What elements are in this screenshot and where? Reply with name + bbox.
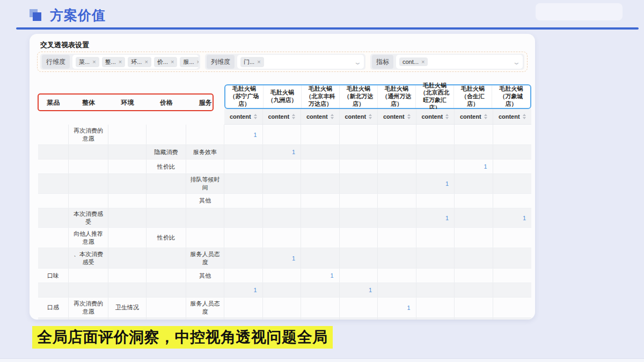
pivot-table-header: 菜品整体环境价格服务 毛肚火锅（苏宁广场店）毛肚火锅（九洲店）毛肚火锅（北京丰科… xyxy=(38,75,531,125)
sort-icon[interactable] xyxy=(445,114,449,119)
chevron-down-icon[interactable]: ⌄ xyxy=(354,59,362,66)
row-label-cell: 口感 xyxy=(38,298,69,317)
remove-tag-icon[interactable]: × xyxy=(257,59,260,65)
value-cell xyxy=(416,269,455,283)
row-dimension-select[interactable]: 菜...×整...×环...×价...×服...×⌄ xyxy=(72,55,199,69)
value-cell xyxy=(263,318,302,320)
value-cell xyxy=(301,194,340,208)
sort-icon[interactable] xyxy=(331,114,334,119)
sort-icon[interactable] xyxy=(369,114,372,119)
row-label-cell: 向他人推荐意愿 xyxy=(69,228,108,248)
value-cell xyxy=(340,174,378,193)
sort-icon[interactable] xyxy=(484,114,487,119)
dim-header-3: 环境 xyxy=(108,98,147,107)
filter-tag[interactable]: 服...× xyxy=(180,57,199,67)
measure-header-cell[interactable]: content xyxy=(340,109,378,124)
row-label-cell xyxy=(108,269,147,283)
row-label-cell: 卫生情况 xyxy=(108,298,147,317)
row-label-cell xyxy=(38,194,69,208)
value-cell xyxy=(493,318,532,320)
measure-header-cell[interactable]: content xyxy=(263,109,302,124)
value-cell xyxy=(224,248,263,268)
value-cell: 1 xyxy=(455,160,493,173)
value-cell xyxy=(263,160,302,173)
sort-icon[interactable] xyxy=(292,114,295,119)
measure-header-cell[interactable]: content xyxy=(455,109,493,124)
value-cell xyxy=(455,269,493,283)
measure-header-label: content xyxy=(460,113,481,120)
measure-header-cell[interactable]: content xyxy=(416,109,455,124)
value-cell xyxy=(416,248,455,268)
sort-icon[interactable] xyxy=(254,114,257,119)
row-label-cell: 服务人员态度 xyxy=(186,298,224,317)
remove-tag-icon[interactable]: × xyxy=(421,59,425,65)
value-cell xyxy=(493,160,532,173)
value-cell xyxy=(455,194,493,208)
remove-tag-icon[interactable]: × xyxy=(119,59,122,65)
value-cell xyxy=(455,174,493,193)
row-label-cell xyxy=(147,248,186,268)
value-cell xyxy=(263,125,302,144)
value-cell: 1 xyxy=(263,145,302,159)
remove-tag-icon[interactable]: × xyxy=(92,59,96,65)
value-cell xyxy=(263,194,302,208)
value-cell xyxy=(493,125,532,144)
dim-header-5: 服务 xyxy=(186,98,224,107)
row-label-cell: 其他 xyxy=(186,194,224,208)
value-cell xyxy=(224,194,263,208)
store-column-header: 毛肚火锅（通州万达店） xyxy=(378,85,416,108)
row-label-cell xyxy=(69,194,108,208)
row-label-cell xyxy=(69,318,108,320)
measure-header-cell[interactable]: content xyxy=(301,109,340,124)
store-column-header: 毛肚火锅（北京西北旺万象汇店） xyxy=(416,85,454,108)
value-cell xyxy=(455,125,493,144)
value-cell xyxy=(416,283,455,297)
value-cell xyxy=(493,194,532,208)
value-cell xyxy=(493,174,532,193)
value-cell xyxy=(378,283,416,297)
value-cell xyxy=(340,208,378,228)
column-dimension-group: 列维度 门...×⌄ xyxy=(205,54,365,70)
value-cell xyxy=(263,298,302,317)
row-label-cell xyxy=(38,174,69,193)
measure-header-label: content xyxy=(230,113,251,120)
row-label-cell: 性价比 xyxy=(147,228,186,248)
store-column-header: 毛肚火锅（北京丰科万达店） xyxy=(302,85,340,108)
filter-tag[interactable]: cont...× xyxy=(399,57,428,66)
measure-header-cell[interactable]: content xyxy=(493,109,532,124)
metric-select[interactable]: cont...×⌄ xyxy=(396,55,523,69)
measure-header-cell[interactable]: content xyxy=(378,109,416,124)
metric-group: 指标 cont...×⌄ xyxy=(370,54,524,70)
value-cell: 1 xyxy=(416,174,455,193)
value-cell xyxy=(301,283,340,297)
chevron-down-icon[interactable]: ⌄ xyxy=(513,59,521,66)
sort-icon[interactable] xyxy=(407,114,411,119)
column-dimension-select[interactable]: 门...×⌄ xyxy=(237,55,364,69)
row-label-cell xyxy=(186,208,224,228)
row-label-cell xyxy=(147,298,186,317)
measure-header-cell[interactable]: content xyxy=(224,109,263,124)
remove-tag-icon[interactable]: × xyxy=(197,59,199,65)
value-cell xyxy=(378,145,416,159)
filter-tag[interactable]: 整...× xyxy=(102,57,126,67)
filter-tag-label: 门... xyxy=(244,58,254,66)
measure-header-label: content xyxy=(421,113,443,120)
value-cell xyxy=(416,228,455,248)
value-cell xyxy=(301,298,340,317)
value-cell xyxy=(224,318,263,320)
row-label-cell: 本次消费感受 xyxy=(69,208,108,228)
filter-tag[interactable]: 环...× xyxy=(128,57,151,67)
filter-tag[interactable]: 菜...× xyxy=(76,57,99,67)
value-cell xyxy=(416,318,455,320)
dim-header-1: 菜品 xyxy=(38,98,69,107)
remove-tag-icon[interactable]: × xyxy=(171,59,174,65)
value-cell xyxy=(378,269,416,283)
bottom-strip xyxy=(0,358,644,362)
panel-title: 交叉透视表设置 xyxy=(40,40,89,50)
remove-tag-icon[interactable]: × xyxy=(144,59,148,65)
value-cell xyxy=(340,298,378,317)
filter-tag-label: cont... xyxy=(402,59,419,65)
sort-icon[interactable] xyxy=(523,114,526,119)
filter-tag[interactable]: 门...× xyxy=(240,57,264,67)
filter-tag[interactable]: 价...× xyxy=(154,57,178,67)
